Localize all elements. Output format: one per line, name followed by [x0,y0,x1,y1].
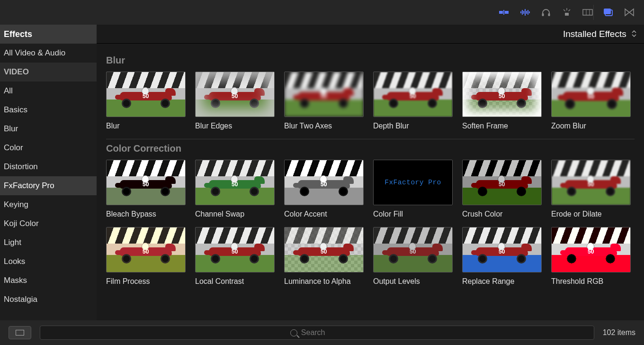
effect-item[interactable]: 50 Zoom Blur [551,72,631,130]
svg-rect-9 [529,11,530,13]
car-number: 50 [587,93,594,100]
browser-header: Installed Effects [97,25,644,44]
effect-group-title: Blur [106,55,635,66]
svg-rect-12 [565,13,569,16]
effects-grid-area: Blur 50 Blur 50 Blur Edges [97,44,644,320]
sidebar-item[interactable]: Blur [0,119,97,138]
sidebar-item[interactable]: All [0,82,97,100]
effect-item[interactable]: 50 Bleach Bypass [106,160,186,218]
car-number: 50 [232,181,238,188]
svg-rect-6 [525,9,526,16]
car-number: 50 [410,248,416,255]
effect-label: Blur Edges [195,122,275,130]
effect-item[interactable]: 50 Soften Frame [462,72,542,130]
sidebar-item[interactable]: Masks [0,271,97,290]
svg-rect-11 [548,13,550,16]
layout-toggle-button[interactable] [9,326,31,339]
effect-label: Depth Blur [373,122,453,130]
sidebar-item[interactable]: Looks [0,252,97,271]
svg-rect-16 [583,9,592,15]
car-number: 50 [321,181,327,188]
sidebar-item[interactable]: Color [0,138,97,157]
effect-label: Blur [106,122,186,130]
svg-rect-10 [542,13,544,16]
car-number: 50 [588,181,594,188]
effects-sidebar: Effects All Video & AudioVIDEOAllBasicsB… [0,25,97,320]
car-number: 50 [499,181,505,188]
effect-item[interactable]: 50 Luminance to Alpha [284,227,364,286]
browser-footer: 102 items [0,320,644,345]
effect-label: Crush Color [462,210,542,218]
effect-item[interactable]: 50 Color Accent [284,160,364,218]
svg-rect-0 [499,11,503,14]
svg-rect-3 [520,11,521,13]
sidebar-item[interactable]: Koji Color [0,214,97,233]
effect-label: Output Levels [373,277,453,286]
sidebar-item[interactable]: Distortion [0,157,97,176]
effect-item[interactable]: 50 Threshold RGB [551,227,631,286]
effect-item[interactable]: 50 Channel Swap [195,160,275,218]
search-icon [290,329,297,336]
sidebar-item[interactable]: Keying [0,195,97,214]
car-number: 50 [588,248,594,255]
effect-item[interactable]: 50 Local Contrast [195,227,275,286]
sidebar-header: Effects [0,25,97,44]
timeline-icon[interactable] [624,8,635,17]
search-field[interactable] [40,326,594,340]
media-import-icon[interactable] [499,8,510,17]
effect-fill-label: FxFactory Pro [385,179,441,186]
svg-rect-20 [604,9,611,14]
effect-item[interactable]: 50 Replace Range [462,227,542,286]
audio-waveform-icon[interactable] [520,8,530,17]
sidebar-item[interactable]: Nostalgia [0,290,97,309]
filmstrip-icon[interactable] [582,8,593,17]
effect-item[interactable]: 50 Film Process [106,227,186,286]
svg-rect-8 [528,10,528,15]
sort-dropdown[interactable]: Installed Effects [563,29,636,39]
svg-line-14 [564,9,565,11]
effect-item[interactable]: FxFactory ProColor Fill [373,160,453,218]
car-number: 50 [321,93,327,100]
browser-toggle-icon[interactable] [603,8,614,17]
effect-label: Blur Two Axes [284,122,364,130]
effect-item[interactable]: 50 Blur Two Axes [284,72,364,130]
effect-label: Channel Swap [195,210,275,218]
effect-label: Zoom Blur [551,122,631,130]
effect-label: Local Contrast [195,277,275,286]
svg-rect-1 [505,11,509,14]
effect-label: Color Fill [373,210,453,218]
sidebar-item[interactable]: Light [0,233,97,252]
effect-label: Threshold RGB [551,277,631,286]
top-toolbar [0,0,644,25]
effect-item[interactable]: 50 Erode or Dilate [551,160,631,218]
sort-label: Installed Effects [563,29,626,39]
sidebar-item[interactable]: All Video & Audio [0,44,97,63]
car-number: 50 [410,93,416,100]
enhance-icon[interactable] [562,8,572,17]
search-input[interactable] [301,328,344,337]
car-number: 50 [232,93,238,100]
car-number: 50 [499,93,505,100]
svg-rect-2 [503,10,504,15]
car-number: 50 [321,248,327,255]
car-number: 50 [143,93,149,100]
car-number: 50 [232,248,238,255]
effect-item[interactable]: 50 Output Levels [373,227,453,286]
effect-item[interactable]: 50 Blur Edges [195,72,275,130]
effect-label: Erode or Dilate [551,210,631,218]
effect-item[interactable]: 50 Depth Blur [373,72,453,130]
effect-item[interactable]: 50 Blur [106,72,186,130]
sidebar-item[interactable]: Basics [0,100,97,119]
car-number: 50 [499,248,505,255]
effect-label: Film Process [106,277,186,286]
svg-rect-7 [526,11,527,14]
item-count: 102 items [603,328,635,337]
sort-chevron-icon [632,30,636,37]
car-number: 50 [143,181,149,188]
headphones-icon[interactable] [541,8,551,17]
effect-item[interactable]: 50 Crush Color [462,160,542,218]
effect-label: Soften Frame [462,122,542,130]
effect-label: Luminance to Alpha [284,277,364,286]
sidebar-item[interactable]: FxFactory Pro [0,176,97,195]
svg-rect-5 [523,11,524,14]
